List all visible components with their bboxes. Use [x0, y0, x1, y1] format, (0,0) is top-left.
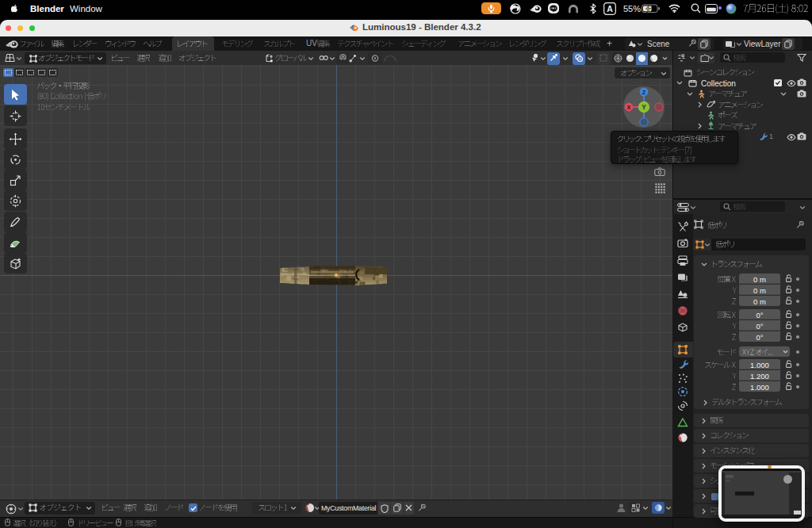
svg-text:Y: Y	[642, 103, 646, 111]
svg-text:A: A	[607, 4, 613, 13]
svg-text:Z: Z	[642, 89, 646, 96]
svg-text:X: X	[626, 104, 630, 111]
